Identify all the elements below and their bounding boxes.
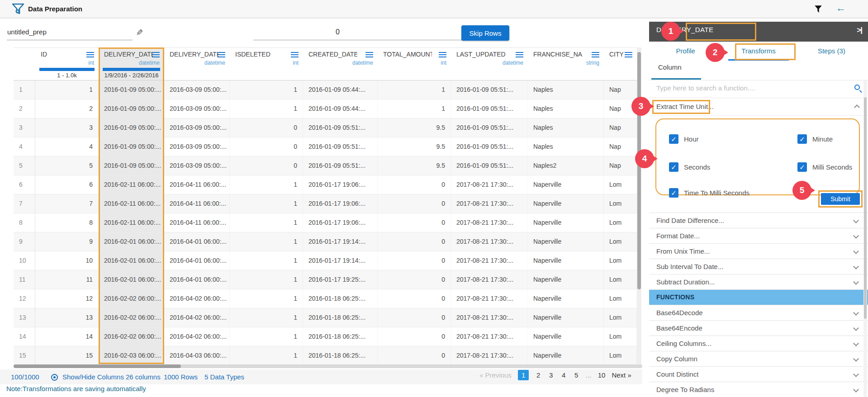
column-menu-icon[interactable] <box>152 52 160 57</box>
table-cell: 9.5 <box>378 118 451 137</box>
column-type: datetime <box>503 60 523 66</box>
row-number: 1 <box>14 80 35 99</box>
column-header-franchise-name[interactable]: FRANCHISE_NAMEstring <box>528 48 604 80</box>
pagination-page-4[interactable]: 4 <box>560 371 567 379</box>
app-logo-funnel-gear-icon <box>12 3 24 15</box>
function-search-input[interactable] <box>656 84 846 92</box>
column-menu-icon[interactable] <box>516 52 523 57</box>
row-number: 6 <box>14 175 35 194</box>
transform-item-sub-interval-to-date-[interactable]: Sub Interval To Date... <box>649 259 868 274</box>
column-menu-icon[interactable] <box>291 52 299 57</box>
table-cell: 1 <box>230 175 303 194</box>
column-menu-icon[interactable] <box>625 52 632 57</box>
search-icon[interactable] <box>854 85 860 90</box>
table-cell: 2016-02-03 06:00:... <box>99 346 164 365</box>
table-cell: 2016-01-09 05:51:... <box>451 80 528 99</box>
column-menu-icon[interactable] <box>592 52 599 57</box>
checkbox-minute[interactable]: ✓Minute <box>797 134 833 144</box>
filter-icon[interactable] <box>814 5 822 13</box>
table-cell: 1 <box>230 270 303 289</box>
transform-item-subtract-duration-[interactable]: Subtract Duration... <box>649 274 868 289</box>
checkbox-checked-icon[interactable]: ✓ <box>669 188 678 198</box>
horizontal-scrollbar-thumb[interactable] <box>14 364 181 368</box>
autosave-note: Note:Transformations are saving automati… <box>6 385 146 392</box>
transform-item-from-unix-time-[interactable]: From Unix Time... <box>649 243 868 259</box>
column-header-id[interactable]: IDint1 - 1.0k <box>35 48 99 80</box>
column-header-created-date[interactable]: CREATED_DATEdatetime <box>303 48 378 80</box>
collapse-panel-icon[interactable]: >| <box>857 26 862 35</box>
transform-item-find-date-difference-[interactable]: Find Date Difference... <box>649 213 868 228</box>
checkbox-checked-icon[interactable]: ✓ <box>669 134 678 144</box>
checkbox-checked-icon[interactable]: ✓ <box>669 162 678 172</box>
table-cell: 13 <box>35 308 99 327</box>
transform-item-ceiling-columns-[interactable]: Ceiling Columns... <box>649 336 868 351</box>
skip-rows-input[interactable]: 0 <box>336 28 340 36</box>
checkbox-hour[interactable]: ✓Hour <box>669 134 699 144</box>
column-menu-icon[interactable] <box>365 52 373 57</box>
pagination-page-2[interactable]: 2 <box>535 371 541 379</box>
column-header-isdeleted[interactable]: ISDELETEDint <box>230 48 303 80</box>
transform-item-degree-to-radians[interactable]: Degree To Radians <box>649 382 868 397</box>
table-row: 442016-01-09 05:00:...2016-03-09 05:00:.… <box>14 137 637 156</box>
transform-item-base64decode[interactable]: Base64Decode <box>649 305 868 320</box>
checkbox-seconds[interactable]: ✓Seconds <box>669 162 710 172</box>
pagination-previous[interactable]: « Previous <box>479 371 512 379</box>
table-cell: 2016-02-01 06:00:... <box>99 232 164 251</box>
table-cell: 2016-02-01 06:00:... <box>99 251 164 270</box>
column-header-last-updated-d-[interactable]: LAST_UPDATED_D...datetime <box>451 48 528 80</box>
checkbox-label: Minute <box>812 135 833 143</box>
back-arrow-icon[interactable]: ← <box>836 2 846 14</box>
table-cell: 2016-04-11 06:00:... <box>164 213 230 232</box>
column-menu-icon[interactable] <box>218 52 225 57</box>
pagination-page-5[interactable]: 5 <box>573 371 579 379</box>
column-name: CITY <box>609 51 624 58</box>
transform-item-extract-time-unit[interactable]: Extract Time Unit... <box>649 98 868 116</box>
column-menu-icon[interactable] <box>439 52 446 57</box>
vertical-scrollbar-thumb[interactable] <box>637 52 641 289</box>
column-header-total-amount[interactable]: TOTAL_AMOUNTint <box>378 48 451 80</box>
tab-steps-3-[interactable]: Steps (3) <box>795 42 868 61</box>
transform-item-count-distinct[interactable]: Count Distinct <box>649 366 868 382</box>
table-cell: 11 <box>35 270 99 289</box>
submit-button[interactable]: Submit <box>821 193 860 205</box>
prep-name-input[interactable]: untitled_prep <box>7 28 47 36</box>
pagination-page-3[interactable]: 3 <box>548 371 554 379</box>
prep-name-underline <box>7 40 133 40</box>
tab-column[interactable]: Column <box>658 63 682 71</box>
checkbox-time-to-milli-seconds[interactable]: ✓Time To Milli Seconds <box>669 188 749 198</box>
row-number-header <box>14 48 35 80</box>
column-name: ID <box>41 51 47 58</box>
table-row: 10102016-02-01 06:00:...2016-04-01 06:00… <box>14 251 637 270</box>
table-cell: 1 <box>230 346 303 365</box>
pagination-page-1[interactable]: 1 <box>518 370 529 380</box>
transform-item-copy-column[interactable]: Copy Column <box>649 351 868 366</box>
checkbox-checked-icon[interactable]: ✓ <box>797 134 807 144</box>
skip-rows-button[interactable]: Skip Rows <box>461 25 509 41</box>
show-hide-eye-icon[interactable] <box>51 374 58 381</box>
column-menu-icon[interactable] <box>86 52 94 57</box>
table-cell: 2016-03-09 05:00:... <box>164 99 230 118</box>
show-hide-columns-link[interactable]: Show/Hide Columns <box>62 373 124 381</box>
pagination-next[interactable]: Next » <box>612 371 631 379</box>
table-cell: 2016-01-09 05:00:... <box>99 156 164 175</box>
column-header-delivery-date-a-[interactable]: DELIVERY_DATE_a...datetime <box>164 48 230 80</box>
transform-item-format-date-[interactable]: Format Date... <box>649 228 868 243</box>
edit-pencil-icon[interactable]: ✎ <box>134 29 144 36</box>
checkbox-checked-icon[interactable]: ✓ <box>797 162 807 172</box>
column-header-city[interactable]: CITY <box>604 48 637 80</box>
table-cell: Nap <box>604 156 637 175</box>
chevron-down-icon <box>853 264 859 269</box>
column-header-delivery-date[interactable]: DELIVERY_DATEdatetime1/9/2016 - 2/26/201… <box>99 48 164 80</box>
table-cell: 0 <box>378 270 451 289</box>
panel-scrollbar-thumb[interactable] <box>864 97 867 319</box>
annotation-marker-4: 4 <box>635 149 654 168</box>
row-number: 13 <box>14 308 35 327</box>
transform-item-base64encode[interactable]: Base64Encode <box>649 320 868 336</box>
checkbox-milli-seconds[interactable]: ✓Milli Seconds <box>797 162 852 172</box>
tab-transforms[interactable]: Transforms <box>722 42 795 61</box>
table-cell: Naples <box>528 99 604 118</box>
table-cell: 2016-04-02 06:00:... <box>164 289 230 308</box>
pagination-page-10[interactable]: 10 <box>598 371 606 379</box>
table-cell: 0 <box>378 175 451 194</box>
table-cell: 2016-02-01 06:00:... <box>99 270 164 289</box>
